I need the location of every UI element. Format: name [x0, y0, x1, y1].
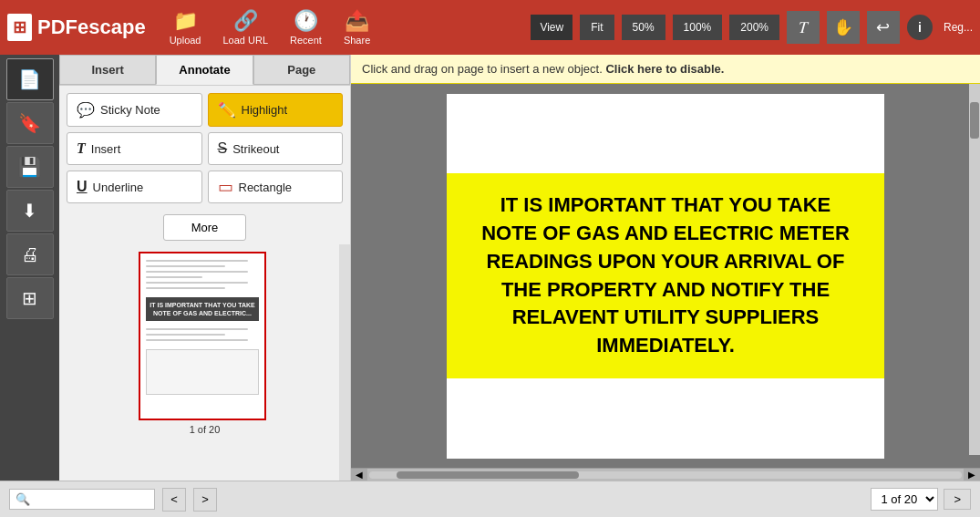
grid-icon: ⊞	[22, 287, 37, 309]
thumb-table	[146, 349, 259, 395]
notification-bar: Click and drag on page to insert a new o…	[351, 55, 980, 84]
underline-button[interactable]: U Underline	[67, 171, 202, 203]
recent-icon: 🕐	[294, 9, 318, 33]
next-small-button[interactable]: >	[193, 488, 217, 512]
left-sidebar: 📄 🔖 💾 ⬇ 🖨 ⊞	[0, 55, 59, 481]
load-url-icon: 🔗	[233, 9, 258, 33]
search-input[interactable]	[34, 493, 152, 506]
highlight-label: Highlight	[242, 103, 288, 117]
text-select-icon: 𝑇	[799, 18, 808, 37]
hand-tool-button[interactable]: ✋	[827, 11, 860, 44]
app-name: PDFescape	[37, 16, 146, 39]
sidebar-grid-button[interactable]: ⊞	[6, 277, 54, 319]
sidebar-save-button[interactable]: 💾	[6, 146, 54, 188]
recent-button[interactable]: 🕐 Recent	[283, 5, 329, 49]
sticky-note-label: Sticky Note	[100, 103, 160, 117]
bookmark-icon: 🔖	[18, 112, 41, 134]
underline-icon: U	[77, 179, 88, 195]
upload-button[interactable]: 📁 Upload	[162, 5, 209, 49]
thumb-content: IT IS IMPORTANT THAT YOU TAKE NOTE OF GA…	[140, 253, 264, 419]
rectangle-button[interactable]: ▭ Rectangle	[208, 171, 344, 203]
thumbnail-scrollbar[interactable]	[339, 244, 350, 481]
sticky-note-icon: 💬	[77, 101, 95, 119]
view-button[interactable]: View	[531, 15, 573, 40]
pdf-page: IT IS IMPORTANT THAT YOU TAKE NOTE OF GA…	[447, 94, 884, 459]
thumbnail-label: 1 of 20	[139, 424, 271, 435]
notification-text: Click and drag on page to insert a new o…	[362, 62, 603, 76]
insert-label: Insert	[91, 142, 121, 156]
logo-area: ⊞ PDFescape	[7, 14, 146, 41]
info-button[interactable]: i	[907, 15, 933, 40]
panel-tabs: Insert Annotate Page	[59, 55, 350, 86]
download-icon: ⬇	[22, 200, 37, 222]
thumbnail-item[interactable]: IT IS IMPORTANT THAT YOU TAKE NOTE OF GA…	[139, 252, 271, 435]
sidebar-new-doc-button[interactable]: 📄	[6, 58, 54, 100]
print-icon: 🖨	[21, 244, 39, 265]
share-label: Share	[344, 35, 370, 46]
new-doc-icon: 📄	[18, 68, 41, 90]
header: ⊞ PDFescape 📁 Upload 🔗 Load URL 🕐 Recent…	[0, 0, 980, 55]
thumbnail-panel: IT IS IMPORTANT THAT YOU TAKE NOTE OF GA…	[59, 244, 350, 481]
share-button[interactable]: 📤 Share	[336, 5, 377, 49]
strikeout-button[interactable]: S Strikeout	[208, 132, 344, 165]
highlight-button[interactable]: ✏️ Highlight	[208, 93, 344, 127]
sidebar-bookmark-button[interactable]: 🔖	[6, 102, 54, 144]
highlighted-text: IT IS IMPORTANT THAT YOU TAKE NOTE OF GA…	[447, 173, 884, 378]
load-url-label: Load URL	[222, 35, 268, 46]
footer: 🔍 < > 1 of 20 2 of 20 3 of 20 >	[0, 481, 980, 517]
h-scroll-left-button[interactable]: ◀	[351, 469, 367, 481]
more-button[interactable]: More	[163, 214, 247, 241]
upload-icon: 📁	[173, 9, 198, 33]
sticky-note-button[interactable]: 💬 Sticky Note	[67, 93, 202, 127]
page-select[interactable]: 1 of 20 2 of 20 3 of 20	[871, 488, 938, 511]
search-box: 🔍	[9, 489, 155, 510]
hand-icon: ✋	[833, 17, 853, 37]
logo-icon: ⊞	[7, 14, 32, 41]
text-select-tool-button[interactable]: 𝑇	[787, 11, 820, 44]
page-select-area: 1 of 20 2 of 20 3 of 20 >	[871, 488, 971, 511]
upload-label: Upload	[170, 35, 201, 46]
insert-icon: T	[77, 140, 86, 157]
zoom-fit-button[interactable]: Fit	[580, 15, 614, 40]
undo-icon: ↩	[876, 17, 890, 37]
highlight-icon: ✏️	[218, 101, 236, 119]
register-label: Reg...	[944, 21, 973, 34]
zoom-100-button[interactable]: 100%	[673, 15, 723, 40]
share-icon: 📤	[345, 9, 369, 33]
h-scroll-track	[369, 471, 962, 479]
tab-insert[interactable]: Insert	[59, 55, 156, 85]
zoom-50-button[interactable]: 50%	[622, 15, 665, 40]
strikeout-icon: S	[218, 140, 228, 157]
notification-link[interactable]: Click here to disable.	[605, 62, 724, 76]
tab-page[interactable]: Page	[253, 55, 350, 85]
main-area: 📄 🔖 💾 ⬇ 🖨 ⊞ Insert Annotate Page 💬	[0, 55, 980, 481]
thumb-highlight-text: IT IS IMPORTANT THAT YOU TAKE NOTE OF GA…	[146, 297, 259, 321]
tool-panel: Insert Annotate Page 💬 Sticky Note ✏️ Hi…	[59, 55, 351, 481]
recent-label: Recent	[290, 35, 322, 46]
underline-label: Underline	[93, 181, 144, 194]
pdf-view: IT IS IMPORTANT THAT YOU TAKE NOTE OF GA…	[351, 84, 980, 468]
content-area: Click and drag on page to insert a new o…	[351, 55, 980, 481]
more-button-row: More	[59, 211, 350, 244]
tab-annotate[interactable]: Annotate	[156, 55, 253, 85]
undo-button[interactable]: ↩	[867, 11, 900, 44]
tools-grid: 💬 Sticky Note ✏️ Highlight T Insert S St…	[59, 86, 350, 211]
prev-page-button[interactable]: <	[162, 488, 186, 512]
h-scroll-right-button[interactable]: ▶	[964, 469, 980, 481]
vertical-scrollbar[interactable]	[969, 84, 980, 455]
next-page-button[interactable]: >	[944, 489, 971, 510]
horizontal-scrollbar: ◀ ▶	[351, 468, 980, 481]
sidebar-download-button[interactable]: ⬇	[6, 190, 54, 232]
v-scroll-thumb[interactable]	[970, 102, 979, 139]
strikeout-label: Strikeout	[232, 142, 279, 156]
rectangle-icon: ▭	[218, 179, 233, 195]
search-icon: 🔍	[15, 492, 30, 506]
rectangle-label: Rectangle	[239, 181, 293, 194]
thumbnail-image: IT IS IMPORTANT THAT YOU TAKE NOTE OF GA…	[139, 252, 266, 420]
load-url-button[interactable]: 🔗 Load URL	[215, 5, 275, 49]
zoom-200-button[interactable]: 200%	[729, 15, 779, 40]
h-scroll-thumb[interactable]	[397, 471, 579, 479]
save-icon: 💾	[18, 156, 41, 178]
insert-button[interactable]: T Insert	[67, 132, 202, 165]
sidebar-print-button[interactable]: 🖨	[6, 233, 54, 275]
